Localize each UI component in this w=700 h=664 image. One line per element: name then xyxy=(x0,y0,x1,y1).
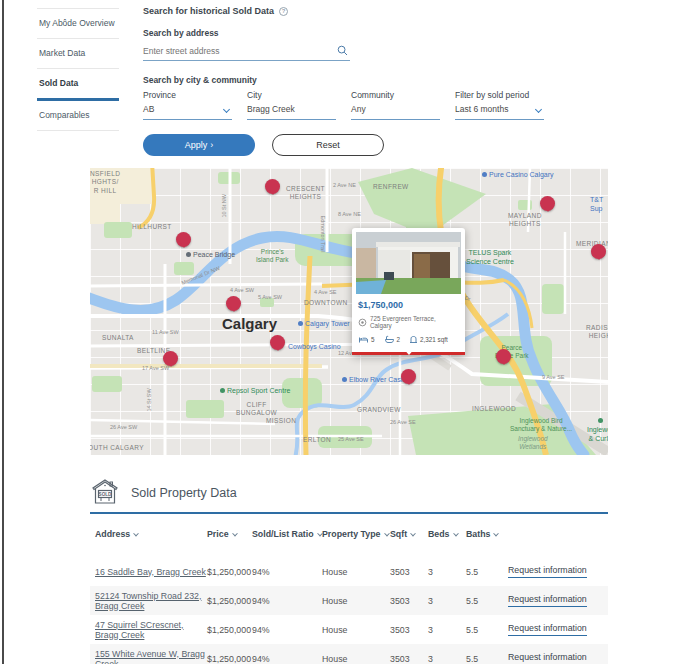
sold-property-section: SOLD Sold Property Data Address Price So… xyxy=(90,479,608,664)
baths-cell: 5.5 xyxy=(466,596,508,606)
sqft-icon xyxy=(409,335,418,344)
address-link[interactable]: 47 Squirrel SCrescnet, Bragg Creek xyxy=(95,620,184,640)
map-label: Inglewood Bird Sanctuary & Nature... xyxy=(510,417,572,434)
column-header[interactable]: Baths xyxy=(466,523,508,541)
table-header-row: Address Price Sold/List Ratio Property T… xyxy=(90,514,608,557)
search-icon[interactable] xyxy=(337,45,348,56)
address-cell: 52124 Township Road 232, Bragg Creek xyxy=(90,591,207,611)
column-header[interactable]: Address xyxy=(90,523,207,541)
column-header[interactable]: Sold/List Ratio xyxy=(252,523,322,541)
sidebar: My Abôde Overview Market Data Sold Data … xyxy=(37,8,119,131)
sort-chevron-icon[interactable] xyxy=(453,531,459,537)
filter-field: Filter by sold period Last 6 months xyxy=(455,90,544,120)
address-link[interactable]: 16 Saddle Bay, Bragg Creek xyxy=(95,567,206,577)
table-body: 16 Saddle Bay, Bragg Creek $1,250,000 94… xyxy=(90,557,608,664)
sort-chevron-icon[interactable] xyxy=(494,531,500,537)
apply-button[interactable]: Apply › xyxy=(143,134,255,156)
column-header[interactable]: Price xyxy=(207,523,252,541)
request-information-link[interactable]: Request information xyxy=(508,565,587,578)
map-pin[interactable] xyxy=(496,349,511,364)
reset-button[interactable]: Reset xyxy=(272,134,384,156)
map-label: 26 Ave SE xyxy=(390,419,416,426)
sidebar-item[interactable]: Sold Data xyxy=(37,69,119,101)
map-pin[interactable] xyxy=(265,179,280,194)
request-information-link[interactable]: Request information xyxy=(508,594,587,607)
sold-section-title: Sold Property Data xyxy=(131,486,237,500)
map-pin[interactable] xyxy=(270,335,285,350)
request-information-link[interactable]: Request information xyxy=(508,623,587,636)
table-row: 16 Saddle Bay, Bragg Creek $1,250,000 94… xyxy=(90,557,608,586)
map-label: CRESCENT HEIGHTS xyxy=(286,185,325,202)
info-icon[interactable]: ? xyxy=(279,7,288,16)
address-input-wrap xyxy=(143,43,350,61)
map-pin[interactable] xyxy=(591,244,606,259)
beds-cell: 3 xyxy=(428,654,466,664)
map-pin[interactable] xyxy=(163,351,178,366)
form-title-row: Search for historical Sold Data ? xyxy=(143,6,613,16)
city-community-label: Search by city & community xyxy=(143,75,613,85)
map-pin[interactable] xyxy=(176,232,191,247)
ratio-cell: 94% xyxy=(252,596,322,606)
map-label: Repsol Sport Centre xyxy=(220,386,290,395)
column-header[interactable]: Property Type xyxy=(322,523,390,541)
map-label: Pure Casino Calgary xyxy=(482,170,554,179)
property-popup-card[interactable]: $1,750,000 725 Evergreen Terrace, Calgar… xyxy=(352,228,465,355)
price-cell: $1,250,000 xyxy=(207,567,252,577)
field-value[interactable]: AB xyxy=(143,100,232,120)
sort-chevron-icon[interactable] xyxy=(384,531,390,537)
ratio-cell: 94% xyxy=(252,567,322,577)
field-value[interactable]: Last 6 months xyxy=(455,100,544,120)
map-label: TELUS Spark Science Centre xyxy=(466,248,514,266)
sort-chevron-icon[interactable] xyxy=(410,531,416,537)
map-label: 5 Ave SW xyxy=(258,294,282,301)
action-cell: Request information xyxy=(508,565,608,578)
map-label: Inglewood Wetlands xyxy=(518,435,548,452)
sort-chevron-icon[interactable] xyxy=(133,531,139,537)
map-label: 8 Ave NE xyxy=(338,211,361,218)
location-icon xyxy=(358,318,367,327)
map-canvas[interactable]: NSFIELD HGHTS/ R HILL HILLHURST CRESCENT… xyxy=(90,168,608,455)
beds-cell: 3 xyxy=(428,567,466,577)
map-label: DOWNTOWN xyxy=(304,299,348,307)
map-label: Edmonton Trail xyxy=(318,216,325,253)
ratio-cell: 94% xyxy=(252,654,322,664)
map-pin[interactable] xyxy=(401,369,416,384)
property-photo xyxy=(356,232,461,294)
map-pin[interactable] xyxy=(226,296,241,311)
column-header[interactable]: Sqft xyxy=(390,523,428,541)
map-pin[interactable] xyxy=(540,196,555,211)
field-value[interactable]: Bragg Creek xyxy=(247,100,336,120)
sqft-cell: 3503 xyxy=(390,567,428,577)
map-label: 4 Ave SE xyxy=(314,289,337,296)
sold-section-header: SOLD Sold Property Data xyxy=(90,479,608,506)
beds-cell: 3 xyxy=(428,596,466,606)
baths-cell: 5.5 xyxy=(466,567,508,577)
address-input[interactable] xyxy=(143,46,323,56)
sqft-stat: 2,321 sqft xyxy=(409,335,448,344)
address-link[interactable]: 52124 Township Road 232, Bragg Creek xyxy=(95,591,201,611)
bath-icon xyxy=(384,335,395,344)
ratio-cell: 94% xyxy=(252,625,322,635)
sold-data-search-form: Search for historical Sold Data ? Search… xyxy=(143,6,613,156)
price-cell: $1,250,000 xyxy=(207,596,252,606)
popup-address-row: 725 Evergreen Terrace, Calgary xyxy=(358,315,459,329)
map-label: HILLHURST xyxy=(132,223,172,231)
sidebar-item[interactable]: My Abôde Overview xyxy=(37,8,119,39)
baths-stat: 2 xyxy=(384,335,401,344)
sidebar-item[interactable]: Market Data xyxy=(37,39,119,69)
field-value[interactable]: Any xyxy=(351,100,440,120)
address-cell: 47 Squirrel SCrescnet, Bragg Creek xyxy=(90,620,207,640)
column-header[interactable]: Beds xyxy=(428,523,466,541)
sidebar-item-label: Sold Data xyxy=(39,78,78,88)
map-label: Inglewoo & Curlin xyxy=(587,416,608,443)
sold-house-icon: SOLD xyxy=(90,479,120,506)
map-label: RENFREW xyxy=(373,183,409,191)
sidebar-item[interactable]: Comparables xyxy=(37,101,119,131)
sidebar-item-label: Market Data xyxy=(39,48,85,58)
address-link[interactable]: 155 White Avenue W, Bragg Creek xyxy=(95,649,205,664)
map-label: 14 St SW xyxy=(146,388,153,411)
map-label: Peace Bridge xyxy=(186,250,235,259)
sort-chevron-icon[interactable] xyxy=(232,531,238,537)
property-type-cell: House xyxy=(322,596,390,606)
request-information-link[interactable]: Request information xyxy=(508,652,587,664)
